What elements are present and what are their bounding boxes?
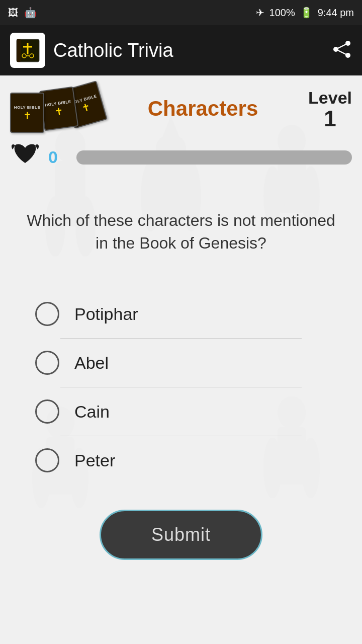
submit-area: Submit bbox=[0, 490, 362, 570]
app-icon-svg bbox=[14, 37, 42, 64]
app-icon bbox=[10, 33, 45, 68]
progress-bar bbox=[76, 150, 352, 165]
app-bar-left: Catholic Trivia bbox=[10, 33, 173, 68]
question-text: Which of these characters is not mention… bbox=[20, 209, 342, 255]
radio-b bbox=[35, 351, 59, 375]
android-icon: 🤖 bbox=[24, 7, 37, 19]
time-display: 9:44 pm bbox=[318, 7, 354, 19]
lightning-icon bbox=[10, 140, 40, 174]
answer-label-a: Potiphar bbox=[74, 304, 138, 324]
radio-a bbox=[35, 302, 59, 326]
bible-icon-1: HOLY BIBLE ✝ bbox=[10, 93, 44, 133]
raven-icon-svg bbox=[10, 140, 40, 168]
category-name: Characters bbox=[148, 97, 258, 120]
question-area: Which of these characters is not mention… bbox=[0, 184, 362, 285]
divider-2 bbox=[60, 387, 302, 387]
status-bar: 🖼 🤖 ✈ 100% 🔋 9:44 pm bbox=[0, 0, 362, 25]
app-title: Catholic Trivia bbox=[53, 40, 173, 61]
status-bar-left: 🖼 🤖 bbox=[8, 7, 37, 19]
answer-options: Potiphar Abel Cain Peter bbox=[0, 285, 362, 490]
answer-option-d[interactable]: Peter bbox=[30, 441, 332, 479]
radio-d bbox=[35, 448, 59, 472]
answer-option-c[interactable]: Cain bbox=[30, 392, 332, 431]
main-content: HOLY BIBLE ✝ HOLY BIBLE ✝ HOLY BIBLE ✝ C… bbox=[0, 75, 362, 644]
airplane-icon: ✈ bbox=[256, 7, 264, 19]
answer-label-b: Abel bbox=[74, 353, 109, 373]
level-section: Level 1 bbox=[308, 88, 352, 130]
divider-3 bbox=[60, 436, 302, 436]
answer-option-a[interactable]: Potiphar bbox=[30, 295, 332, 333]
status-bar-right: ✈ 100% 🔋 9:44 pm bbox=[256, 7, 354, 19]
bible-icon-2: HOLY BIBLE ✝ bbox=[39, 87, 78, 131]
level-number: 1 bbox=[324, 108, 336, 130]
bible-books: HOLY BIBLE ✝ HOLY BIBLE ✝ HOLY BIBLE ✝ bbox=[10, 85, 98, 133]
battery-icon: 🔋 bbox=[300, 7, 313, 19]
submit-button[interactable]: Submit bbox=[100, 510, 262, 560]
radio-c bbox=[35, 399, 59, 424]
answer-label-c: Cain bbox=[74, 402, 110, 422]
share-icon bbox=[332, 39, 352, 59]
answer-option-b[interactable]: Abel bbox=[30, 344, 332, 382]
category-header: HOLY BIBLE ✝ HOLY BIBLE ✝ HOLY BIBLE ✝ C… bbox=[0, 75, 362, 138]
share-button[interactable] bbox=[332, 39, 352, 61]
category-name-container: Characters bbox=[103, 97, 303, 121]
svg-line-11 bbox=[336, 49, 348, 55]
score-count: 0 bbox=[48, 147, 68, 167]
score-row: 0 bbox=[0, 138, 362, 184]
answer-label-d: Peter bbox=[74, 451, 115, 470]
svg-rect-1 bbox=[17, 39, 21, 62]
image-icon: 🖼 bbox=[8, 7, 18, 19]
divider-1 bbox=[60, 338, 302, 339]
level-label: Level bbox=[308, 88, 352, 108]
app-bar: Catholic Trivia bbox=[0, 25, 362, 75]
svg-line-10 bbox=[336, 43, 348, 49]
battery-text: 100% bbox=[269, 7, 295, 19]
